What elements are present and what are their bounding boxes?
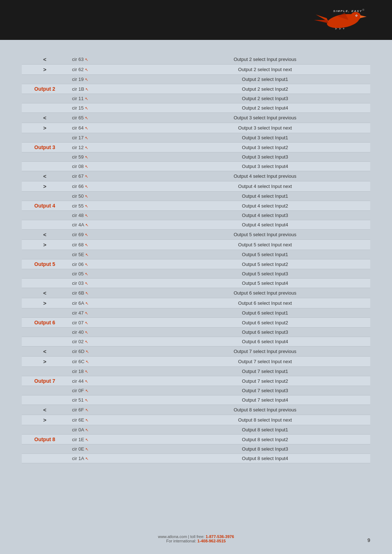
output-cell: Output 6 [22, 318, 68, 328]
table-row: cir 0E ↖Output 8 select Input3 [22, 444, 370, 454]
output-cell [22, 75, 68, 84]
svg-text:SIMPLE, EASY: SIMPLE, EASY [333, 9, 362, 13]
cir-cell: cir 68 ↖ [68, 240, 160, 250]
cir-cell: cir 48 ↖ [68, 211, 160, 220]
footer-contact: www.atlona.com | toll free: 1-877-536-39… [0, 534, 392, 539]
description-cell: Output 7 select Input1 [160, 367, 370, 376]
cir-cell: cir 17 ↖ [68, 133, 160, 143]
output-cell [22, 308, 68, 318]
table-row: cir 19 ↖Output 2 select Input1 [22, 75, 370, 84]
description-cell: Output 5 select Input previous [160, 230, 370, 240]
toll-free: 1-877-536-3976 [205, 534, 234, 539]
output-cell: Output 4 [22, 201, 68, 211]
svg-marker-4 [314, 20, 328, 23]
cir-cell: cir 07 ↖ [68, 318, 160, 328]
table-row: <cir 6B ↖Output 6 select Input previous [22, 288, 370, 298]
cir-cell: cir 50 ↖ [68, 192, 160, 201]
table-row: Output 3cir 12 ↖Output 3 select Input2 [22, 143, 370, 152]
cir-cell: cir 69 ↖ [68, 230, 160, 240]
description-cell: Output 4 select Input4 [160, 220, 370, 230]
cir-cell: cir 0F ↖ [68, 386, 160, 395]
cir-cell: cir 03 ↖ [68, 279, 160, 288]
intl-number: 1-408-962-0515 [197, 539, 226, 543]
footer-intl: For international: 1-408-962-0515 [0, 539, 392, 543]
description-cell: Output 7 select Input4 [160, 395, 370, 405]
output-cell [22, 152, 68, 162]
table-row: cir 4A ↖Output 4 select Input4 [22, 220, 370, 230]
output-cell: > [22, 65, 68, 75]
description-cell: Output 4 select Input3 [160, 211, 370, 220]
description-cell: Output 8 select Input4 [160, 454, 370, 463]
description-cell: Output 7 select Input3 [160, 386, 370, 395]
table-row: Output 4cir 55 ↖Output 4 select Input2 [22, 201, 370, 211]
output-cell: > [22, 123, 68, 133]
cir-cell: cir 06 ↖ [68, 259, 160, 269]
description-cell: Output 5 select Input4 [160, 279, 370, 288]
table-row: >cir 66 ↖Output 4 select Input next [22, 181, 370, 192]
description-cell: Output 8 select Input1 [160, 425, 370, 435]
atlona-logo: ® SIMPLE, EASY ➤ ➤ ✦ [312, 7, 370, 33]
output-cell [22, 269, 68, 279]
table-row: Output 6cir 07 ↖Output 6 select Input2 [22, 318, 370, 328]
description-cell: Output 6 select Input1 [160, 308, 370, 318]
description-cell: Output 4 select Input next [160, 181, 370, 192]
description-cell: Output 8 select Input next [160, 415, 370, 425]
main-content: <cir 63 ↖Output 2 select Input previous>… [0, 40, 392, 492]
svg-text:➤ ➤ ✦: ➤ ➤ ✦ [335, 27, 345, 30]
cir-cell: cir 6B ↖ [68, 288, 160, 298]
svg-marker-2 [360, 15, 367, 18]
description-cell: Output 7 select Input2 [160, 376, 370, 386]
cir-cell: cir 66 ↖ [68, 181, 160, 192]
output-cell: < [22, 405, 68, 415]
output-cell [22, 425, 68, 435]
output-cell: > [22, 181, 68, 192]
output-cell: < [22, 230, 68, 240]
description-cell: Output 3 select Input3 [160, 152, 370, 162]
table-row: >cir 64 ↖Output 3 select Input next [22, 123, 370, 133]
description-cell: Output 2 select Input next [160, 65, 370, 75]
svg-text:®: ® [362, 8, 364, 12]
logo-area: ® SIMPLE, EASY ➤ ➤ ✦ [312, 7, 370, 33]
description-cell: Output 2 select Input2 [160, 84, 370, 94]
output-cell: < [22, 113, 68, 123]
output-cell [22, 94, 68, 103]
cir-cell: cir 47 ↖ [68, 308, 160, 318]
output-cell: Output 5 [22, 259, 68, 269]
output-cell [22, 220, 68, 230]
output-cell: < [22, 54, 68, 65]
output-cell [22, 192, 68, 201]
description-cell: Output 7 select Input previous [160, 346, 370, 357]
table-row: <cir 69 ↖Output 5 select Input previous [22, 230, 370, 240]
cir-cell: cir 0A ↖ [68, 425, 160, 435]
description-cell: Output 8 select Input3 [160, 444, 370, 454]
description-cell: Output 2 select Input1 [160, 75, 370, 84]
description-cell: Output 6 select Input3 [160, 328, 370, 337]
cir-cell: cir 02 ↖ [68, 337, 160, 346]
table-row: <cir 6F ↖Output 8 select Input previous [22, 405, 370, 415]
output-cell: > [22, 298, 68, 308]
table-row: Output 5cir 06 ↖Output 5 select Input2 [22, 259, 370, 269]
output-cell [22, 103, 68, 113]
cir-cell: cir 11 ↖ [68, 94, 160, 103]
table-row: cir 18 ↖Output 7 select Input1 [22, 367, 370, 376]
cir-cell: cir 12 ↖ [68, 143, 160, 152]
description-cell: Output 3 select Input1 [160, 133, 370, 143]
table-row: Output 2cir 1B ↖Output 2 select Input2 [22, 84, 370, 94]
cir-cell: cir 51 ↖ [68, 395, 160, 405]
output-cell: Output 2 [22, 84, 68, 94]
description-cell: Output 8 select Input previous [160, 405, 370, 415]
description-cell: Output 4 select Input2 [160, 201, 370, 211]
output-cell: > [22, 240, 68, 250]
table-row: cir 0F ↖Output 7 select Input3 [22, 386, 370, 395]
description-cell: Output 2 select Input3 [160, 94, 370, 103]
output-cell: > [22, 415, 68, 425]
table-row: cir 02 ↖Output 6 select Input4 [22, 337, 370, 346]
data-table: <cir 63 ↖Output 2 select Input previous>… [22, 54, 370, 463]
table-row: cir 40 ↖Output 6 select Input3 [22, 328, 370, 337]
description-cell: Output 6 select Input next [160, 298, 370, 308]
cir-cell: cir 08 ↖ [68, 162, 160, 171]
output-cell [22, 367, 68, 376]
output-cell [22, 279, 68, 288]
description-cell: Output 5 select Input2 [160, 259, 370, 269]
description-cell: Output 4 select Input previous [160, 171, 370, 181]
